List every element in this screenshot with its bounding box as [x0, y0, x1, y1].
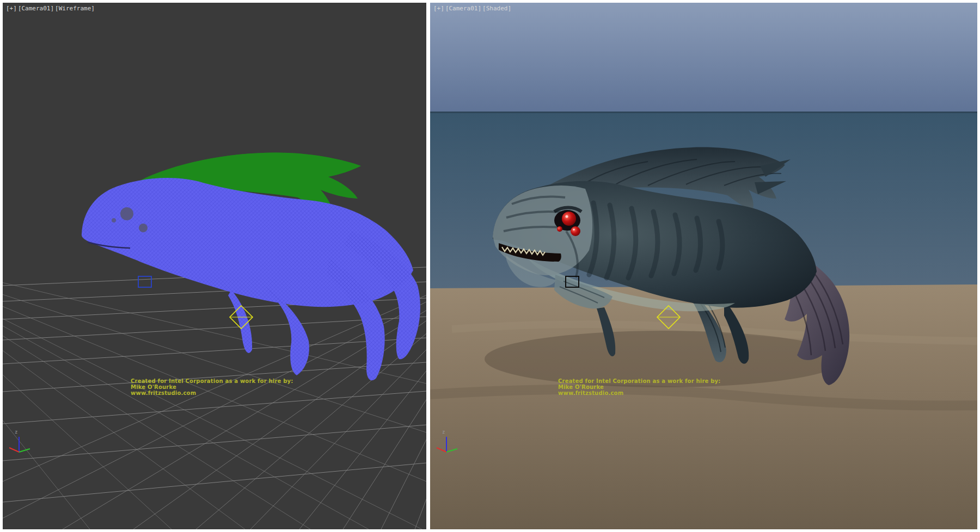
box-helper-gizmo[interactable] — [564, 275, 580, 289]
dummy-helper-gizmo[interactable] — [656, 305, 681, 330]
wireframe-scene-canvas[interactable] — [3, 3, 426, 529]
credit-line: Mike O'Rourke — [558, 384, 721, 390]
credit-line: www.fritzstudio.com — [558, 390, 721, 396]
fish-nostril-spot — [112, 218, 116, 222]
box-helper-gizmo[interactable] — [137, 275, 153, 289]
credit-text: Created for Intel Corporation as a work … — [131, 378, 293, 396]
credit-line: Created for Intel Corporation as a work … — [558, 378, 721, 384]
viewport-camera-menu[interactable]: [Camera01] — [445, 5, 481, 12]
fish-eye-spot — [139, 224, 148, 232]
viewport-shaded[interactable]: [+] [Camera01] [Shaded] — [430, 3, 977, 529]
viewport-shading-menu[interactable]: [Wireframe] — [55, 5, 95, 12]
shaded-scene-canvas[interactable] — [430, 3, 977, 529]
fish-body-wireframe[interactable] — [82, 178, 420, 380]
fish-eye-small — [571, 226, 580, 236]
axis-z-label: z — [442, 429, 445, 435]
viewport-label-bar: [+] [Camera01] [Wireframe] — [6, 5, 95, 12]
viewport-pov-menu[interactable]: [+] — [6, 5, 17, 12]
credit-text: Created for Intel Corporation as a work … — [558, 378, 721, 396]
axis-x-icon — [437, 448, 446, 452]
horizon-line — [430, 112, 977, 113]
axis-x-icon — [9, 448, 19, 452]
world-axis-tripod: z — [7, 430, 38, 457]
credit-line: www.fritzstudio.com — [131, 390, 293, 396]
fish-eye-tiny — [557, 226, 562, 232]
viewport-pov-menu[interactable]: [+] — [433, 5, 444, 12]
eye-highlight — [566, 215, 568, 218]
axis-z-label: z — [15, 429, 17, 435]
axis-y-icon — [446, 449, 457, 452]
credit-line: Created for Intel Corporation as a work … — [131, 378, 293, 384]
world-axis-tripod: z — [434, 430, 465, 457]
fish-eye-spot — [120, 207, 133, 220]
viewport-wireframe[interactable]: [+] [Camera01] [Wireframe] — [3, 3, 426, 529]
axis-y-icon — [19, 449, 30, 452]
credit-line: Mike O'Rourke — [131, 384, 293, 390]
viewport-shading-menu[interactable]: [Shaded] — [482, 5, 511, 12]
viewport-camera-menu[interactable]: [Camera01] — [18, 5, 54, 12]
dummy-helper-gizmo[interactable] — [229, 305, 254, 330]
fish-eye-large — [562, 212, 576, 226]
eye-highlight — [573, 228, 575, 231]
viewport-label-bar: [+] [Camera01] [Shaded] — [433, 5, 511, 12]
sky-background — [430, 3, 977, 113]
